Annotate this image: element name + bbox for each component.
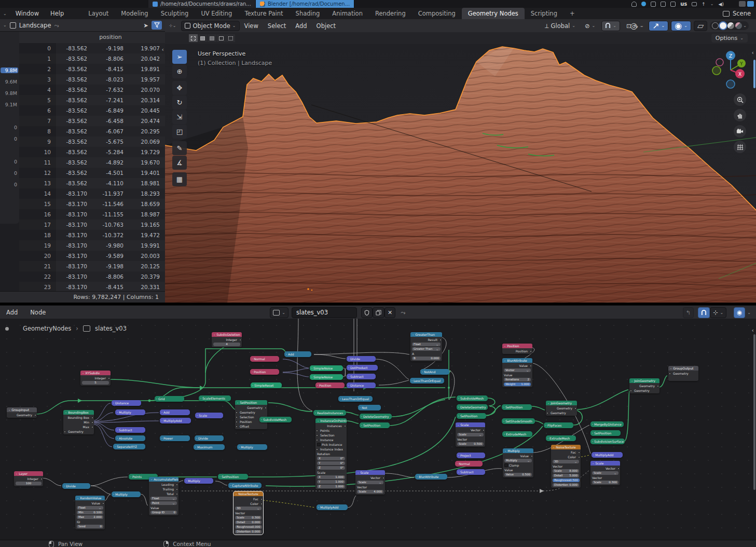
socket[interactable] <box>34 414 36 416</box>
node-not[interactable]: ›Not <box>358 405 381 411</box>
table-row[interactable]: 3-83.562-8.02319.957 <box>19 74 165 85</box>
workspace-tab-scripting[interactable]: Scripting <box>525 8 563 19</box>
collapse-arrow-icon[interactable]: › <box>252 356 253 362</box>
socket[interactable] <box>617 468 620 470</box>
node-setshadesmooth[interactable]: ›SetShadeSmooth <box>502 418 535 424</box>
collapse-arrow-icon[interactable]: › <box>311 365 312 371</box>
node-row-min[interactable]: Min0.100 <box>75 510 105 515</box>
dataset-count-3[interactable]: 9.1M <box>2 102 17 107</box>
collapse-arrow-icon[interactable]: ⌄ <box>504 358 506 363</box>
node-header[interactable]: ›NotAnd <box>420 369 449 375</box>
table-row[interactable]: 19-83.170-9.98019.991 <box>19 240 165 251</box>
collapse-arrow-icon[interactable]: ⌄ <box>65 410 67 415</box>
node-row-3d[interactable]: 3D⌄ <box>551 459 581 464</box>
node-multiplyadd[interactable]: ›MultiplyAdd <box>592 452 623 458</box>
collapse-arrow-icon[interactable]: › <box>115 444 116 449</box>
select-mode-subtract[interactable] <box>208 34 216 42</box>
node-distance[interactable]: ›Distance <box>112 400 141 406</box>
options-button[interactable]: Options⌄ <box>711 34 748 43</box>
dataset-count-4[interactable]: 0 <box>2 125 17 130</box>
workspace-box-1[interactable] <box>739 1 746 7</box>
node-row-scale[interactable]: Scale⌄ <box>590 471 620 475</box>
node-header[interactable]: ⌄Scale <box>456 422 485 427</box>
node-deletegeometry[interactable]: ›DeleteGeometry <box>457 404 488 410</box>
checkbox[interactable] <box>504 463 508 467</box>
node-scale[interactable]: ⌄ScaleVectorScale⌄VectorScale0.500 <box>456 422 485 447</box>
node-row-detail[interactable]: Detail0.000 <box>233 520 263 525</box>
collapse-arrow-icon[interactable]: › <box>186 478 187 484</box>
node-header[interactable]: ›SetPosition <box>218 474 248 480</box>
node-row-float[interactable]: Float⌄ <box>149 496 178 501</box>
collapse-arrow-icon[interactable]: › <box>219 474 221 480</box>
node-absolute[interactable]: ›Absolute <box>115 435 145 441</box>
transform-tool[interactable]: ◰ <box>172 125 187 139</box>
spreadsheet-object-name[interactable]: Landscape <box>19 22 51 29</box>
collapse-arrow-icon[interactable]: › <box>252 369 253 375</box>
socket[interactable] <box>316 448 318 450</box>
shading-solid-button[interactable] <box>720 22 726 29</box>
node-row-z[interactable]: Z1.000 <box>315 484 347 489</box>
shading-chevron-icon[interactable]: ⌄ <box>743 23 747 28</box>
node-header[interactable]: ⌄GroupOutput <box>668 366 698 371</box>
zoom-button[interactable] <box>734 93 746 106</box>
collapse-arrow-icon[interactable]: › <box>361 422 362 428</box>
collapse-arrow-icon[interactable]: ⌄ <box>82 371 84 375</box>
socket[interactable] <box>40 478 43 480</box>
node-lessthanorequal[interactable]: ›LessThanOrEqual <box>410 378 444 384</box>
table-row[interactable]: 11-83.562-4.89219.670 <box>19 157 165 168</box>
node-project[interactable]: ›Project <box>457 453 485 458</box>
node-header[interactable]: ⌄Scale <box>590 461 620 466</box>
socket[interactable] <box>91 417 93 419</box>
node-layer[interactable]: ⌄LayerInteger100 <box>14 471 43 486</box>
node-row-100[interactable]: 100 <box>14 481 43 486</box>
collapse-arrow-icon[interactable]: › <box>156 396 157 402</box>
socket[interactable] <box>530 350 532 352</box>
node-simplenoise[interactable]: ›SimpleNoise <box>310 374 343 380</box>
socket[interactable] <box>578 456 580 458</box>
dataset-count-7[interactable]: 0 <box>2 170 17 176</box>
collapse-arrow-icon[interactable]: › <box>348 365 349 371</box>
navigation-gizmo[interactable]: Z Y X <box>710 49 751 101</box>
node-add[interactable]: ›Add <box>284 351 311 357</box>
socket[interactable] <box>316 434 318 436</box>
collapse-arrow-icon[interactable]: ⌄ <box>235 491 237 496</box>
collapse-arrow-icon[interactable]: ⌄ <box>504 344 506 348</box>
table-row[interactable]: 8-83.562-6.06720.295 <box>19 126 165 136</box>
node-header[interactable]: ›CaptureAttribute <box>228 483 262 488</box>
node-simplereset[interactable]: ›SimpleReset <box>251 382 282 388</box>
node-scale[interactable]: ⌄ScaleVectorScale⌄VectorScale0.300 <box>590 461 620 485</box>
collapse-arrow-icon[interactable]: › <box>239 444 240 450</box>
collapse-arrow-icon[interactable]: › <box>317 382 318 388</box>
collapse-arrow-icon[interactable]: › <box>117 435 118 441</box>
collapse-arrow-icon[interactable]: ⌄ <box>77 496 79 500</box>
node-row-3d[interactable]: 3D⌄ <box>233 506 263 511</box>
chevron-down-icon[interactable]: ⌄ <box>710 2 714 6</box>
node-lessthanorequal[interactable]: ›LessThanOrEqual <box>338 396 373 402</box>
dataset-count-0[interactable]: 9.8M <box>1 67 18 73</box>
node-distance[interactable]: ›Distance <box>347 382 376 388</box>
collapse-arrow-icon[interactable]: ⌄ <box>412 332 414 337</box>
node-grid[interactable]: ›Grid <box>155 396 184 402</box>
node-normal[interactable]: ›Normal <box>250 356 279 362</box>
node-row-z[interactable]: Z0° <box>315 466 347 470</box>
display-icon[interactable] <box>692 2 697 6</box>
collapse-arrow-icon[interactable]: › <box>592 421 593 427</box>
node-header[interactable]: ›ExtrudeMesh <box>502 431 532 437</box>
node-header[interactable]: ›SimpleNoise <box>310 365 343 371</box>
node-row-4[interactable]: 4 <box>212 342 242 347</box>
node-setposition[interactable]: ›SetPosition <box>360 422 390 428</box>
scale-tool[interactable]: ⇲ <box>172 110 187 124</box>
collapse-arrow-icon[interactable]: › <box>458 404 459 410</box>
node-header[interactable]: ›Distance <box>347 382 376 388</box>
node-header[interactable]: ⌄JoinGeometry <box>546 401 577 405</box>
collapse-arrow-icon[interactable]: ⌄ <box>317 418 319 423</box>
node-row-pick-instance[interactable]: Pick Instance <box>315 442 347 447</box>
node-header[interactable]: ›LessThanOrEqual <box>410 378 444 384</box>
viewport-menu-object[interactable]: Object <box>312 22 340 30</box>
table-row[interactable]: 12-83.562-4.50119.401 <box>19 168 165 178</box>
node-header[interactable]: ›Divide <box>195 435 224 441</box>
scene-selector[interactable]: Scene <box>718 8 756 19</box>
node-header[interactable]: ›DotProduct <box>347 365 378 371</box>
collapse-arrow-icon[interactable]: ⌄ <box>504 448 506 453</box>
table-row[interactable]: 4-83.562-7.63220.070 <box>19 85 165 95</box>
